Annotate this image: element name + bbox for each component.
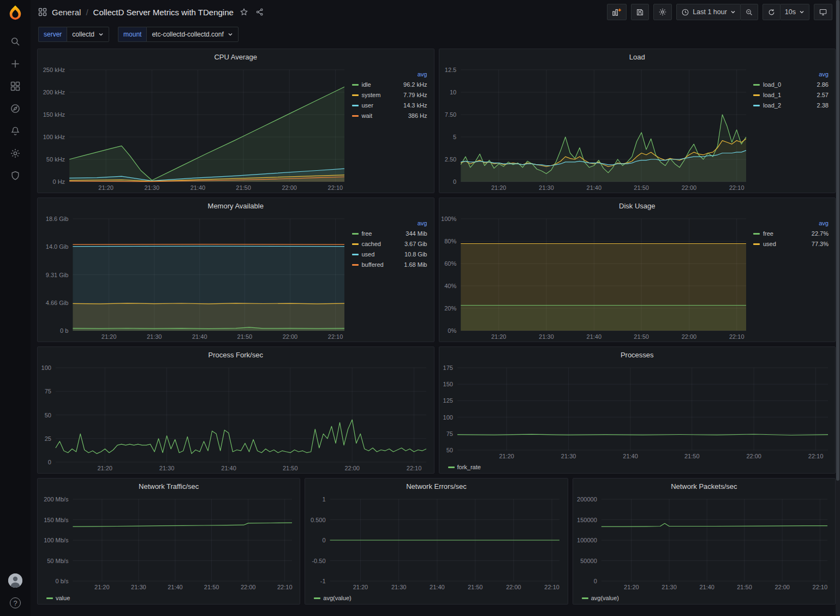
chart-canvas[interactable]: 02.5057.501012.521:2021:3021:4021:5022:0… <box>439 64 754 193</box>
legend-item[interactable]: system7.79 kHz <box>352 90 427 100</box>
variable-server-dropdown[interactable]: collectd <box>67 27 109 42</box>
save-dashboard-button[interactable] <box>631 4 649 20</box>
legend-item[interactable]: wait386 Hz <box>352 111 427 121</box>
breadcrumb-section[interactable]: General <box>52 8 81 17</box>
chart[interactable]: -1-0.5000.500121:2021:3021:4021:5022:002… <box>305 494 567 592</box>
svg-text:21:40: 21:40 <box>168 584 183 590</box>
legend-item[interactable]: used77.3% <box>753 239 829 249</box>
chart-canvas[interactable]: 0 b4.66 Gib9.31 Gib14.0 Gib18.6 Gib21:20… <box>38 213 352 342</box>
help-icon[interactable]: ? <box>10 597 21 608</box>
svg-text:0%: 0% <box>448 327 456 334</box>
search-icon[interactable] <box>10 36 21 47</box>
zoom-out-button[interactable] <box>740 4 758 20</box>
main-area: General / CollectD Server Metrics with T… <box>31 0 840 616</box>
svg-text:21:40: 21:40 <box>190 184 206 191</box>
chart-canvas[interactable]: 0%20%40%60%80%100%21:2021:3021:4021:5022… <box>439 213 754 342</box>
legend-item[interactable]: load_12.57 <box>753 90 829 100</box>
panel-title[interactable]: CPU Average <box>38 49 434 64</box>
panel-title[interactable]: Memory Available <box>38 198 434 213</box>
panel-body: 025507510021:2021:3021:4021:5022:0022:10 <box>38 362 434 473</box>
server-admin-shield-icon[interactable] <box>10 170 21 181</box>
chart[interactable]: 02.5057.501012.521:2021:3021:4021:5022:0… <box>439 64 754 193</box>
svg-text:10: 10 <box>449 89 456 95</box>
svg-text:0: 0 <box>48 459 51 465</box>
chart[interactable]: 05000010000015000020000021:2021:3021:402… <box>573 494 835 592</box>
legend-item[interactable]: load_22.38 <box>753 100 829 111</box>
legend-header-row: avg <box>753 220 829 226</box>
tv-cycle-view-button[interactable] <box>814 4 832 20</box>
legend-item[interactable]: idle96.2 kHz <box>352 80 427 90</box>
legend-item[interactable]: load_02.86 <box>753 80 829 90</box>
chart[interactable]: 0 b/s50 Mb/s100 Mb/s150 Mb/s200 Mb/s21:2… <box>38 494 300 592</box>
star-icon[interactable] <box>239 7 249 17</box>
svg-text:150 kHz: 150 kHz <box>43 111 65 118</box>
share-icon[interactable] <box>254 7 265 17</box>
svg-text:22:00: 22:00 <box>775 584 790 590</box>
chart-canvas[interactable]: 507510012515017521:2021:3021:4021:5022:0… <box>439 362 836 461</box>
legend-series-name: load_2 <box>763 100 817 111</box>
chart[interactable]: 0 b4.66 Gib9.31 Gib14.0 Gib18.6 Gib21:20… <box>38 213 352 342</box>
legend-item[interactable]: user14.3 kHz <box>352 100 427 111</box>
chart-canvas[interactable]: -1-0.5000.500121:2021:3021:4021:5022:002… <box>305 494 567 592</box>
legend-item[interactable]: avg(value) <box>314 595 351 601</box>
dashboard-title[interactable]: CollectD Server Metrics with TDengine <box>93 8 234 17</box>
dashboard-settings-button[interactable] <box>653 4 672 20</box>
svg-text:21:50: 21:50 <box>237 333 253 340</box>
create-plus-icon[interactable] <box>10 58 21 69</box>
svg-text:50: 50 <box>446 447 452 453</box>
chart[interactable]: 0 Hz50 kHz100 kHz150 kHz200 kHz250 kHz21… <box>38 64 352 193</box>
chart[interactable]: 025507510021:2021:3021:4021:5022:0022:10 <box>38 362 434 473</box>
legend-swatch-icon <box>352 84 359 86</box>
alerting-bell-icon[interactable] <box>10 125 21 136</box>
apps-grid-icon[interactable] <box>38 8 47 16</box>
legend-avg-header[interactable]: avg <box>819 71 829 77</box>
legend-item[interactable]: used10.8 Gib <box>352 249 427 260</box>
svg-text:22:00: 22:00 <box>241 584 256 590</box>
avatar[interactable] <box>8 573 22 588</box>
panel-title[interactable]: Load <box>439 49 836 64</box>
panel-title[interactable]: Network Traffic/sec <box>38 479 300 494</box>
panel-title[interactable]: Processes <box>439 347 836 362</box>
svg-text:22:10: 22:10 <box>328 333 343 340</box>
panel-title[interactable]: Network Packets/sec <box>573 479 835 494</box>
svg-text:150: 150 <box>443 381 452 387</box>
explore-compass-icon[interactable] <box>10 103 21 114</box>
svg-text:1: 1 <box>323 496 326 503</box>
chart-canvas[interactable]: 0 Hz50 kHz100 kHz150 kHz200 kHz250 kHz21… <box>38 64 352 193</box>
variable-mount-dropdown[interactable]: etc-collectd-collectd.conf <box>146 27 238 42</box>
refresh-interval-dropdown[interactable]: 10s <box>780 4 809 20</box>
panel-title[interactable]: Disk Usage <box>439 198 836 213</box>
legend-avg-header[interactable]: avg <box>819 220 829 226</box>
legend-item[interactable]: buffered1.68 Mib <box>352 260 427 270</box>
grafana-logo-icon[interactable] <box>7 4 23 21</box>
configuration-gear-icon[interactable] <box>10 148 21 159</box>
legend-swatch-icon <box>753 105 760 106</box>
scrollbar[interactable] <box>836 0 840 616</box>
legend-spacer <box>352 220 418 226</box>
legend-item[interactable]: fork_rate <box>448 464 481 470</box>
chart-canvas[interactable]: 025507510021:2021:3021:4021:5022:0022:10 <box>38 362 434 473</box>
legend-avg-header[interactable]: avg <box>418 220 427 226</box>
panel-body: -1-0.5000.500121:2021:3021:4021:5022:002… <box>305 494 567 592</box>
svg-text:80%: 80% <box>444 238 456 244</box>
panel-title[interactable]: Network Errors/sec <box>305 479 567 494</box>
legend-avg-header[interactable]: avg <box>418 71 427 77</box>
chart-canvas[interactable]: 05000010000015000020000021:2021:3021:402… <box>573 494 835 592</box>
chart-canvas[interactable]: 0 b/s50 Mb/s100 Mb/s150 Mb/s200 Mb/s21:2… <box>38 494 300 592</box>
chart[interactable]: 0%20%40%60%80%100%21:2021:3021:4021:5022… <box>439 213 754 342</box>
dashboards-icon[interactable] <box>10 81 21 92</box>
panel-title[interactable]: Process Fork/sec <box>38 347 434 362</box>
legend-item[interactable]: value <box>46 595 70 601</box>
legend-item[interactable]: cached3.67 Gib <box>352 239 427 249</box>
legend-item[interactable]: avg(value) <box>582 595 619 601</box>
legend-series-name: idle <box>362 80 404 90</box>
legend-spacer <box>753 71 819 77</box>
legend-item[interactable]: free22.7% <box>753 229 829 239</box>
scrollbar-thumb[interactable] <box>836 0 839 481</box>
time-range-button[interactable]: Last 1 hour <box>676 4 741 20</box>
add-panel-button[interactable] <box>607 4 627 20</box>
chart[interactable]: 507510012515017521:2021:3021:4021:5022:0… <box>439 362 836 461</box>
panel-body: 0 b/s50 Mb/s100 Mb/s150 Mb/s200 Mb/s21:2… <box>38 494 300 592</box>
legend-item[interactable]: free344 Mib <box>352 229 427 239</box>
refresh-button[interactable] <box>762 4 781 20</box>
